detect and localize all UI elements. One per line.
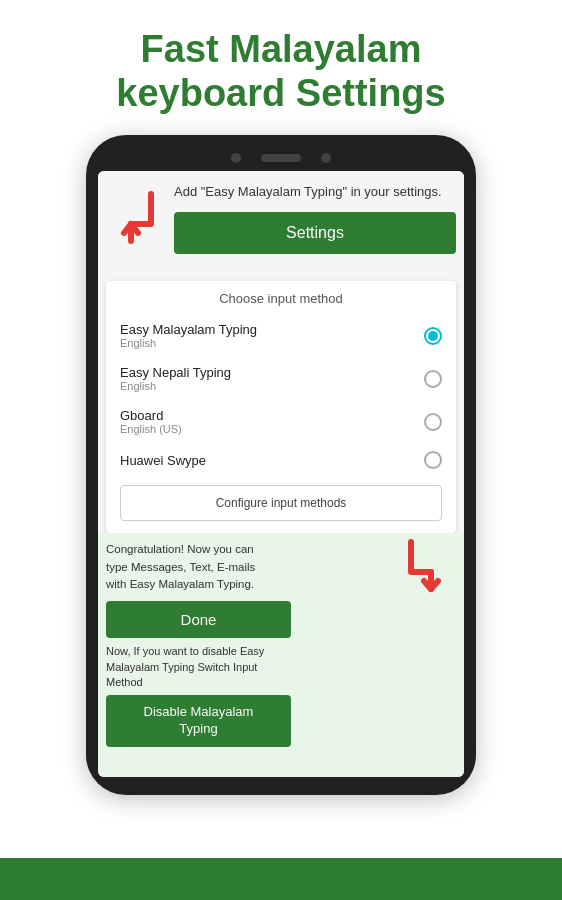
camera-dot — [231, 153, 241, 163]
option-huawei-swype[interactable]: Huawei Swype — [106, 443, 456, 477]
disable-button[interactable]: Disable MalayalamTyping — [106, 695, 291, 747]
configure-input-methods-button[interactable]: Configure input methods — [120, 485, 442, 521]
radio-unselected-3 — [424, 451, 442, 469]
arrow-down-left-icon — [116, 189, 166, 253]
phone-top-bar — [98, 153, 464, 171]
page-wrapper: Fast Malayalamkeyboard Settings — [0, 0, 562, 900]
settings-button[interactable]: Settings — [174, 212, 456, 254]
arrow-down-right-icon — [396, 537, 446, 601]
radio-unselected-1 — [424, 370, 442, 388]
radio-unselected-2 — [424, 413, 442, 431]
option-sub-1: English — [120, 380, 231, 392]
disable-hint-text: Now, If you want to disable Easy Malayal… — [106, 644, 266, 690]
option-name-2: Gboard — [120, 408, 182, 423]
screen-top: Add "Easy Malayalam Typing" in your sett… — [98, 171, 464, 281]
option-sub-2: English (US) — [120, 423, 182, 435]
settings-description: Add "Easy Malayalam Typing" in your sett… — [174, 181, 456, 203]
option-gboard[interactable]: Gboard English (US) — [106, 400, 456, 443]
speaker — [261, 154, 301, 162]
option-sub-0: English — [120, 337, 257, 349]
option-name-3: Huawei Swype — [120, 453, 206, 468]
input-method-panel: Choose input method Easy Malayalam Typin… — [106, 281, 456, 533]
screen-bottom: Congratulation! Now you can type Message… — [98, 533, 464, 777]
done-button[interactable]: Done — [106, 601, 291, 638]
option-easy-malayalam[interactable]: Easy Malayalam Typing English — [106, 314, 456, 357]
bottom-bar — [0, 858, 562, 900]
option-easy-nepali[interactable]: Easy Nepali Typing English — [106, 357, 456, 400]
congrats-text: Congratulation! Now you can type Message… — [106, 541, 266, 593]
phone-screen: Add "Easy Malayalam Typing" in your sett… — [98, 171, 464, 777]
camera-dot-right — [321, 153, 331, 163]
option-name-1: Easy Nepali Typing — [120, 365, 231, 380]
input-method-title: Choose input method — [106, 291, 456, 306]
phone-mockup: Add "Easy Malayalam Typing" in your sett… — [86, 135, 476, 795]
settings-panel: Add "Easy Malayalam Typing" in your sett… — [174, 181, 456, 253]
option-name-0: Easy Malayalam Typing — [120, 322, 257, 337]
radio-selected — [424, 327, 442, 345]
page-title: Fast Malayalamkeyboard Settings — [0, 0, 562, 135]
